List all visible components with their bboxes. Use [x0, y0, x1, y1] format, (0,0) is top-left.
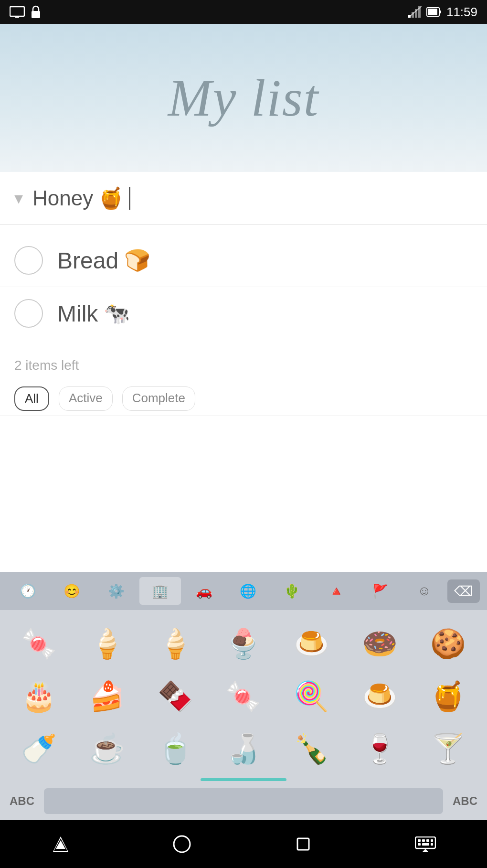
emoji-cell[interactable]: 🎂 [5, 670, 73, 722]
app-title: My list [168, 68, 319, 129]
filter-complete[interactable]: Complete [122, 386, 195, 411]
svg-rect-22 [422, 843, 429, 846]
input-row[interactable]: ▾ Honey 🍯 [0, 172, 487, 225]
nav-keyboard-button[interactable] [415, 836, 436, 852]
emoji-cell[interactable]: 🍮 [346, 670, 414, 722]
item-emoji-bread: 🍞 [124, 248, 150, 273]
keyboard-tabs: 🕐 😊 ⚙️ 🏢 🚗 🌐 🌵 🔺 🚩 ☺ ⌫ [0, 572, 487, 610]
list-area: Bread 🍞 Milk 🐄 [0, 225, 487, 349]
abc-right-label[interactable]: ABC [453, 794, 477, 808]
emoji-cell[interactable]: 🍼 [5, 722, 73, 775]
svg-rect-16 [415, 837, 435, 848]
kb-tab-smileys[interactable]: 😊 [51, 577, 93, 605]
kb-tab-flags[interactable]: 🚩 [360, 577, 401, 605]
signal-icon [408, 6, 422, 18]
svg-rect-1 [15, 16, 19, 18]
kb-tab-nature[interactable]: 🌵 [271, 577, 313, 605]
items-left-label: 2 items left [0, 349, 487, 382]
battery-icon [426, 6, 442, 18]
item-label-milk: Milk 🐄 [57, 300, 130, 327]
status-bar: 11:59 [0, 0, 487, 24]
nav-home-button[interactable] [172, 835, 191, 854]
emoji-cell[interactable]: 🍮 [277, 617, 346, 670]
clock-time: 11:59 [446, 5, 477, 20]
svg-rect-2 [32, 11, 40, 18]
filter-all[interactable]: All [14, 386, 49, 411]
status-bar-left-icons [10, 5, 41, 19]
kb-tab-other[interactable]: ☺ [403, 577, 445, 605]
emoji-cell[interactable]: 🍦 [73, 617, 141, 670]
svg-rect-21 [418, 843, 421, 846]
svg-rect-10 [428, 9, 437, 15]
svg-rect-0 [10, 7, 24, 16]
scroll-indicator [201, 778, 286, 781]
emoji-cell[interactable]: 🍪 [414, 617, 482, 670]
emoji-cell[interactable]: 🍨 [210, 617, 278, 670]
svg-rect-15 [297, 838, 309, 850]
emoji-cell[interactable]: 🍭 [277, 670, 346, 722]
svg-rect-9 [439, 11, 441, 13]
svg-rect-23 [431, 843, 433, 846]
emoji-grid: 🍬 🍦 🍦 🍨 🍮 🍩 🍪 🎂 🍰 🍫 🍬 🍭 🍮 🍯 🍼 ☕ 🍵 🍶 🍾 🍷 … [0, 610, 487, 782]
emoji-cell[interactable]: 🍦 [141, 617, 210, 670]
list-item[interactable]: Milk 🐄 [0, 287, 487, 340]
status-bar-right-icons: 11:59 [408, 5, 477, 20]
keyboard-delete-button[interactable]: ⌫ [447, 579, 480, 603]
emoji-cell[interactable]: 🍰 [73, 670, 141, 722]
input-emoji: 🍯 [98, 186, 124, 211]
emoji-cell[interactable]: 🍾 [277, 722, 346, 775]
item-checkbox-bread[interactable] [14, 246, 43, 275]
input-text: Honey [32, 186, 93, 210]
filter-active[interactable]: Active [59, 386, 113, 411]
screen-icon [10, 6, 25, 18]
emoji-keyboard: 🕐 😊 ⚙️ 🏢 🚗 🌐 🌵 🔺 🚩 ☺ ⌫ 🍬 🍦 🍦 🍨 🍮 🍩 🍪 🎂 🍰… [0, 572, 487, 820]
text-cursor [129, 187, 130, 210]
emoji-cell[interactable]: 🍷 [346, 722, 414, 775]
bottom-navigation [0, 820, 487, 868]
kb-tab-settings[interactable]: ⚙️ [95, 577, 137, 605]
filter-bar: All Active Complete [0, 382, 487, 416]
kb-tab-transport[interactable]: 🚗 [183, 577, 225, 605]
app-header: My list [0, 24, 487, 172]
item-label-bread: Bread 🍞 [57, 247, 150, 274]
emoji-cell[interactable]: ☕ [73, 722, 141, 775]
svg-marker-24 [423, 849, 428, 852]
lock-icon [31, 5, 41, 19]
emoji-cell[interactable]: 🍩 [346, 617, 414, 670]
emoji-cell[interactable]: 🍵 [141, 722, 210, 775]
nav-back-button[interactable] [51, 835, 70, 854]
svg-rect-20 [431, 839, 433, 842]
item-input[interactable]: Honey 🍯 [32, 186, 473, 211]
svg-rect-17 [418, 839, 421, 842]
dropdown-arrow-icon[interactable]: ▾ [14, 188, 23, 208]
kb-tab-buildings[interactable]: 🏢 [139, 577, 181, 605]
emoji-cell[interactable]: 🍯 [414, 670, 482, 722]
spacebar[interactable] [44, 788, 443, 814]
abc-left-label[interactable]: ABC [10, 794, 34, 808]
list-item[interactable]: Bread 🍞 [0, 234, 487, 287]
item-emoji-milk: 🐄 [104, 301, 130, 326]
svg-point-14 [174, 836, 190, 852]
emoji-cell[interactable]: 🍸 [414, 722, 482, 775]
emoji-cell[interactable]: 🍬 [210, 670, 278, 722]
svg-rect-19 [426, 839, 429, 842]
svg-rect-18 [422, 839, 425, 842]
keyboard-bottom-row: ABC ABC [0, 782, 487, 820]
nav-recents-button[interactable] [294, 835, 313, 854]
item-checkbox-milk[interactable] [14, 299, 43, 328]
emoji-cell[interactable]: 🍶 [210, 722, 278, 775]
emoji-cell[interactable]: 🍫 [141, 670, 210, 722]
kb-tab-globe[interactable]: 🌐 [227, 577, 269, 605]
kb-tab-symbols[interactable]: 🔺 [315, 577, 357, 605]
emoji-cell[interactable]: 🍬 [5, 617, 73, 670]
kb-tab-recent[interactable]: 🕐 [7, 577, 49, 605]
